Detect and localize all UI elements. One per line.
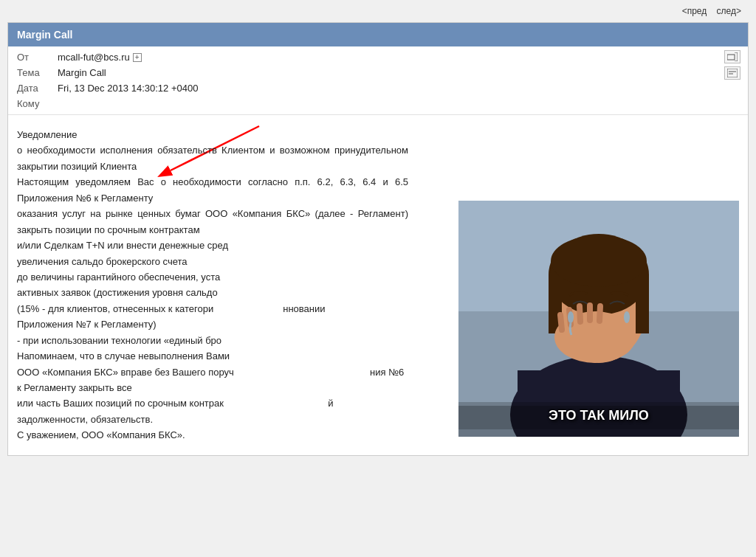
line-12: Напоминаем, что в случае невыполнения Ва…: [17, 348, 408, 364]
action-btn-1[interactable]: [724, 50, 740, 63]
svg-line-21: [599, 306, 600, 321]
line-17: С уважением, ООО «Компания БКС».: [17, 427, 408, 443]
svg-rect-14: [636, 274, 649, 333]
line-1: Уведомление: [17, 127, 408, 142]
line-15: или часть Ваших позиций по срочным контр…: [17, 395, 408, 411]
line-9: (15% - для клиентов, отнесенных к катего…: [17, 301, 408, 316]
svg-point-23: [624, 311, 630, 323]
from-label: От: [17, 52, 58, 63]
add-contact-icon[interactable]: +: [133, 53, 142, 62]
email-meta: От mcall-fut@bcs.ru + Тема Margin Call Д…: [8, 46, 748, 115]
line-2: о необходимости исполнения обязательств …: [17, 142, 408, 174]
subject-row: Тема Margin Call: [8, 65, 748, 80]
line-16: задолженности, обязательств.: [17, 412, 408, 427]
from-email: mcall-fut@bcs.ru: [58, 52, 130, 63]
date-row: Дата Fri, 13 Dec 2013 14:30:12 +0400: [8, 80, 748, 96]
line-11: - при использовании технологии «единый б…: [17, 333, 408, 348]
line-7: до величины гарантийного обеспечения, ус…: [17, 269, 408, 285]
action-btn-2[interactable]: [724, 66, 740, 80]
line-4: оказания услуг на рынке ценных бумаг ООО…: [17, 206, 408, 238]
reply-icon: [727, 52, 738, 61]
subject-value: Margin Call: [58, 67, 739, 78]
svg-rect-0: [727, 55, 735, 60]
line-13: ООО «Компания БКС» вправе без Вашего пор…: [17, 364, 408, 380]
line-5: и/или Сделкам Т+N или внести денежные ср…: [17, 238, 408, 253]
email-body: Уведомление о необходимости исполнения о…: [8, 115, 748, 455]
date-value: Fri, 13 Dec 2013 14:30:12 +0400: [58, 83, 739, 94]
email-container: Margin Call От mcall-fut@bcs.ru + Тема M…: [7, 22, 749, 456]
meme-container: ЭТО ТАК МИЛО: [458, 201, 739, 437]
to-row: Кому: [8, 96, 748, 111]
body-text: Уведомление о необходимости исполнения о…: [17, 127, 408, 443]
svg-line-19: [580, 306, 580, 322]
from-row: От mcall-fut@bcs.ru +: [8, 49, 748, 65]
meta-actions: [724, 50, 740, 80]
from-value: mcall-fut@bcs.ru +: [58, 52, 739, 63]
meme-caption-text: ЭТО ТАК МИЛО: [458, 402, 739, 429]
meme-svg: [458, 201, 739, 437]
line-14: к Регламенту закрыть все: [17, 380, 408, 395]
email-full-text: Уведомление о необходимости исполнения о…: [17, 127, 739, 443]
forward-icon: [727, 69, 738, 77]
email-header-bar: Margin Call: [8, 23, 748, 46]
svg-line-17: [560, 315, 562, 330]
page-bottom: [0, 463, 756, 500]
prev-link[interactable]: <пред: [682, 6, 707, 16]
email-title: Margin Call: [17, 29, 72, 41]
svg-point-16: [554, 311, 636, 363]
top-nav: <пред след>: [0, 0, 756, 22]
line-6: увеличения сальдо брокерского счета: [17, 254, 408, 269]
to-label: Кому: [17, 98, 58, 109]
line-3: Настоящим уведомляем Вас о необходимости…: [17, 174, 408, 206]
next-link[interactable]: след>: [717, 6, 741, 16]
line-10: Приложения №7 к Регламенту): [17, 316, 408, 332]
subject-label: Тема: [17, 67, 58, 78]
svg-rect-1: [727, 69, 738, 77]
date-label: Дата: [17, 83, 58, 94]
svg-point-15: [551, 235, 647, 287]
svg-point-22: [568, 311, 574, 323]
line-8: активных заявок (достижения уровня сальд…: [17, 285, 408, 300]
